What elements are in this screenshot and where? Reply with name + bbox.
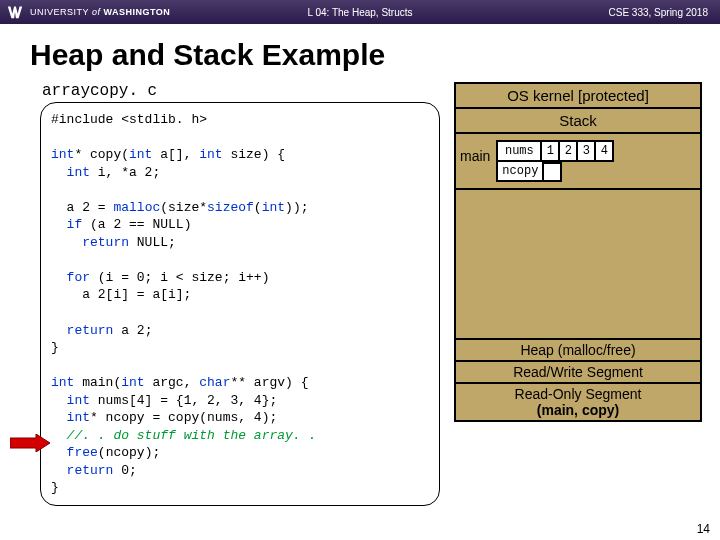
slide-header: UNIVERSITY of WASHINGTON L 04: The Heap,… bbox=[0, 0, 720, 24]
stack-frame-main: main nums 1 2 3 4 ncopy bbox=[456, 134, 700, 190]
heap-segment: Heap (malloc/free) bbox=[456, 338, 700, 360]
university-name: UNIVERSITY of WASHINGTON bbox=[30, 7, 170, 17]
lower-segments: Heap (malloc/free) Read/Write Segment Re… bbox=[456, 338, 700, 420]
var-nums-row: nums 1 2 3 4 bbox=[496, 140, 614, 162]
memory-gap bbox=[456, 190, 700, 338]
memory-column: OS kernel [protected] Stack main nums 1 … bbox=[454, 82, 702, 506]
rw-segment: Read/Write Segment bbox=[456, 360, 700, 382]
slide-content: arraycopy. c #include <stdlib. h> int* c… bbox=[0, 82, 720, 506]
nums-cell-1: 2 bbox=[560, 140, 578, 162]
course-term: CSE 333, Spring 2018 bbox=[608, 7, 708, 18]
nums-cell-2: 3 bbox=[578, 140, 596, 162]
var-ncopy-row: ncopy bbox=[496, 162, 614, 182]
filename-label: arraycopy. c bbox=[42, 82, 440, 100]
stack-label: Stack bbox=[456, 109, 700, 134]
ncopy-value-cell bbox=[544, 162, 562, 182]
os-kernel-row: OS kernel [protected] bbox=[456, 84, 700, 109]
code-column: arraycopy. c #include <stdlib. h> int* c… bbox=[40, 82, 440, 506]
pointer-arrow-icon bbox=[10, 434, 50, 452]
var-nums-label: nums bbox=[496, 140, 542, 162]
nums-cell-0: 1 bbox=[542, 140, 560, 162]
memory-diagram: OS kernel [protected] Stack main nums 1 … bbox=[454, 82, 702, 422]
svg-marker-0 bbox=[10, 434, 50, 452]
ro-segment: Read-Only Segment(main, copy) bbox=[456, 382, 700, 420]
lecture-title: L 04: The Heap, Structs bbox=[307, 7, 412, 18]
slide-title: Heap and Stack Example bbox=[30, 38, 720, 72]
var-ncopy-label: ncopy bbox=[496, 162, 544, 182]
uw-logo-icon bbox=[6, 3, 24, 21]
code-listing: #include <stdlib. h> int* copy(int a[], … bbox=[40, 102, 440, 506]
frame-label-main: main bbox=[460, 140, 490, 164]
page-number: 14 bbox=[697, 522, 710, 536]
nums-cell-3: 4 bbox=[596, 140, 614, 162]
